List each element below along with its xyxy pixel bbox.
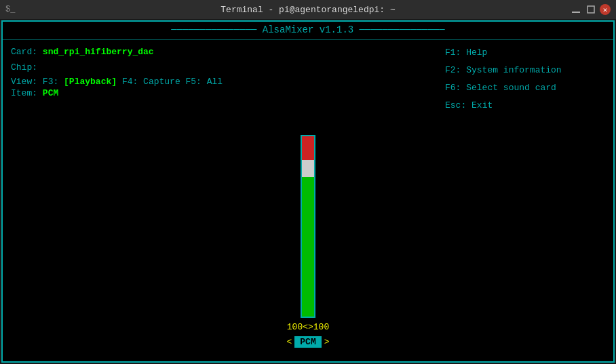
view-f3-key: F3:: [43, 77, 58, 87]
esc-key: Esc:: [445, 100, 466, 110]
mixer-area: 100<>100 < PCM >: [3, 135, 613, 361]
fader-label-container: < PCM >: [286, 336, 329, 348]
f1-help: F1: Help: [445, 45, 605, 60]
view-f4-key: F4:: [122, 77, 138, 87]
fader-red-section: [302, 136, 314, 160]
card-value: snd_rpi_hifiberry_dac: [43, 47, 154, 57]
fader-name: PCM: [294, 336, 321, 348]
view-f5-key: F5:: [186, 77, 201, 87]
fader-value: 100<>100: [287, 322, 329, 332]
item-label: Item:: [11, 88, 37, 98]
chip-line: Chip:: [11, 61, 429, 75]
view-line: View: F3: [Playback] F4: Capture F5: All: [11, 77, 429, 87]
f6-help: F6: Select sound card: [445, 81, 605, 96]
view-f4-text: Capture: [143, 77, 180, 87]
fader-arrow-right[interactable]: >: [324, 337, 330, 347]
f1-key: F1:: [445, 47, 461, 58]
esc-text: Exit: [471, 100, 493, 110]
f6-text: Select sound card: [466, 83, 556, 93]
window-title: Terminal - pi@agentorangeledpi: ~: [220, 5, 395, 15]
chip-label: Chip:: [11, 62, 37, 73]
titlebar: $_ Terminal - pi@agentorangeledpi: ~ ✕: [0, 0, 616, 19]
right-panel: F1: Help F2: System information F6: Sele…: [437, 40, 613, 135]
fader-bar[interactable]: [301, 135, 315, 318]
close-button[interactable]: ✕: [600, 4, 611, 15]
card-label: Card:: [11, 47, 37, 57]
minimize-button[interactable]: [570, 3, 582, 16]
window: $_ Terminal - pi@agentorangeledpi: ~ ✕ ─…: [0, 0, 616, 364]
svg-rect-1: [588, 6, 594, 13]
item-value: PCM: [43, 88, 58, 98]
titlebar-left: $_: [5, 5, 15, 14]
view-f5-text: All: [207, 77, 223, 87]
content-area: Card: snd_rpi_hifiberry_dac Chip: View: …: [3, 40, 613, 135]
alsa-header: ─────────────── AlsaMixer v1.1.3 ───────…: [3, 22, 613, 40]
left-panel: Card: snd_rpi_hifiberry_dac Chip: View: …: [3, 40, 437, 135]
f2-key: F2:: [445, 65, 461, 75]
fader-arrow-left[interactable]: <: [286, 337, 292, 347]
fader-green-section: [302, 177, 314, 317]
terminal-body: ─────────────── AlsaMixer v1.1.3 ───────…: [1, 20, 615, 363]
fader-white-section: [302, 160, 314, 177]
f6-key: F6:: [445, 83, 461, 93]
f2-text: System information: [466, 65, 561, 75]
view-f3-text: [Playback]: [64, 77, 117, 87]
item-line: Item: PCM: [11, 88, 429, 98]
terminal-icon: $_: [5, 5, 15, 14]
f2-help: F2: System information: [445, 63, 605, 78]
esc-help: Esc: Exit: [445, 98, 605, 113]
svg-rect-0: [572, 12, 580, 13]
alsa-title: ─────────────── AlsaMixer v1.1.3 ───────…: [171, 24, 444, 35]
restore-button[interactable]: [585, 3, 597, 16]
f1-text: Help: [466, 47, 487, 58]
view-label: View:: [11, 77, 37, 87]
window-controls: ✕: [570, 3, 611, 16]
card-line: Card: snd_rpi_hifiberry_dac: [11, 45, 429, 60]
fader-container: 100<>100 < PCM >: [286, 135, 329, 348]
